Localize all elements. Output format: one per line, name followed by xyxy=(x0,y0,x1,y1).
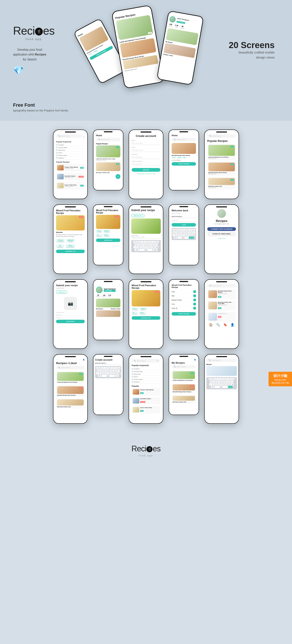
nav-bookmark-icon[interactable]: 🔖 xyxy=(223,323,227,326)
category-btn[interactable]: BREAKFAST ▾ xyxy=(131,214,145,217)
sign-up-email-btn[interactable]: ✉ SIGN UP USING EMAIL xyxy=(207,232,236,236)
search-bar[interactable]: 🔍 Search recipes... xyxy=(56,134,82,138)
submit-img xyxy=(131,218,161,234)
confirm-password-input[interactable]: Enter password xyxy=(132,162,160,166)
add-button[interactable]: + xyxy=(116,174,120,179)
login-link[interactable]: Already have an account? Login xyxy=(132,173,160,174)
home1-title: Home xyxy=(96,134,120,137)
submit-title: Submit your recipe xyxy=(131,209,161,212)
start-cooking-btn2[interactable]: START COOKING xyxy=(172,312,196,316)
connect-fb-btn[interactable]: f CONNECT WITH FACEBOOK xyxy=(207,227,236,231)
login-now-link[interactable]: LOGIN NOW xyxy=(207,238,236,239)
phone-recipes-page: Recipes Cool tagline goes here f CONNECT… xyxy=(204,204,239,274)
screen-submit-recipe: Submit your recipe BREAKFAST ▾ Recipe Ti… xyxy=(129,205,163,274)
hero-phone-2: Popular Recipes ● 4.5 Lamb and Spinach C… xyxy=(111,5,164,89)
screen-create-account: Create account Name Enter your name Emai… xyxy=(129,130,163,199)
sketch-icon: 💎 xyxy=(13,65,24,76)
photo-upload[interactable]: 📷 xyxy=(64,297,77,310)
logo-area: Reci🍴es food app xyxy=(13,24,55,41)
home1-hero-img: 220 xyxy=(96,146,120,157)
profile-liked-img xyxy=(96,310,120,317)
popular-search[interactable]: 🔍Search recipes... xyxy=(207,134,236,138)
profile-name: Janet Thompson xyxy=(104,288,116,290)
screen-home2: Home 🔍Search recipes... Beautiful Burger… xyxy=(169,130,199,190)
follow-button[interactable]: FOLLOWING xyxy=(104,290,116,292)
recipe-card-chicken: Chicken Tikka Masala A pretty nice meal.… xyxy=(56,164,85,172)
watermark: 设计小咖 iamxk.com 精品内容分享下载 xyxy=(269,372,292,386)
phone-home1: Home 🔍Search recipes... Popular Recipes … xyxy=(93,130,123,190)
screen-search3: 🔍Search recipes... Recent qwertyuiop asd… xyxy=(205,354,239,423)
my-recipes-search[interactable]: 🔍Search recipes... xyxy=(172,365,196,368)
shopping-list-btn[interactable]: SHOPPING LIST xyxy=(56,250,85,253)
home1-search[interactable]: 🔍Search recipes... xyxy=(96,138,120,141)
phones-row-4: + 👤 Recipes I Liked 🔍Search recipes... 3… xyxy=(6,354,286,424)
hero-phones-container: Home Beautiful Butter Buns Recipe 20 min… xyxy=(87,9,200,92)
username-input2[interactable]: janet.thompson | xyxy=(95,362,121,365)
screen-search2: 🔍Search recipes... Beautiful Burger Buns… xyxy=(205,280,239,348)
user-icon-liked[interactable]: 👤 xyxy=(83,359,85,361)
sources-input[interactable]: Sources xyxy=(56,317,85,318)
name-input[interactable]: Enter your name xyxy=(132,142,160,145)
popular-keywords-title2: Popular Keywords xyxy=(132,364,160,366)
my-recipe-card-1: 309 Lamb and Spinach Curry Recipe xyxy=(172,370,196,382)
search3-bar[interactable]: 🔍Search recipes... xyxy=(206,358,237,362)
recipe-title-input2[interactable]: Recipe title here... xyxy=(56,312,85,313)
popular-recipes-title: Popular Recipes xyxy=(56,161,85,163)
keywords-search[interactable]: 🔍Search recipes... ✕ xyxy=(132,359,160,362)
bottom-logo-text: Reci🍴es xyxy=(6,444,286,453)
back-btn-liked[interactable]: + xyxy=(56,359,57,361)
keyboard: qwertyuiop asdfghjkl ⇧zxcvbnm⌫ 123 space… xyxy=(131,240,161,252)
pk-card-1: Chicken Tikka Masala 209 xyxy=(132,388,160,396)
home2-search[interactable]: 🔍Search recipes... xyxy=(172,138,196,141)
keyword-list2: 🔍 "breakfast" 🔍 "avocado salad" 🔍 "Itali… xyxy=(132,368,160,383)
phone-shopping: Mixed Fruit Pancakes Recipe Flour Milk B… xyxy=(169,279,199,340)
categories-btn[interactable]: Add here ▾ xyxy=(56,290,67,294)
screen-shopping: Mixed Fruit Pancakes Recipe Flour Milk B… xyxy=(169,280,199,340)
password-input[interactable]: Enter password xyxy=(132,156,160,159)
shopping-list-btn2[interactable]: SHOPPING LIST xyxy=(96,238,120,242)
phone-search: 🔍 Search recipes... ✕ Popular Keywords 🔍… xyxy=(53,130,88,199)
stat-following: 56 xyxy=(96,294,100,296)
recipe-detail-title: Mixed Fruit Pancakes Recipe xyxy=(56,209,85,214)
phones-row-1: 🔍 Search recipes... ✕ Popular Keywords 🔍… xyxy=(6,130,286,199)
ingredient-olive-oil: Olive Oil xyxy=(172,306,196,310)
start-cooking-btn[interactable]: START COOKING xyxy=(172,162,196,166)
add-recipe-btn[interactable]: ADD RECIPE xyxy=(56,320,85,323)
popular-card-3: 323 Morning Cookies with 25 a pretty nic… xyxy=(207,177,236,189)
recipe-title-input[interactable]: Recipe Title Recipe Indian Style ! xyxy=(131,235,161,239)
nav-user-icon[interactable]: 👤 xyxy=(231,323,234,326)
phone-my-recipes: + 👤 My Recipes 🔍Search recipes... 309 La… xyxy=(169,354,199,415)
nav-home-icon[interactable]: 🏠 xyxy=(209,323,213,326)
free-font-desc: typografhy based on the Poppins font fam… xyxy=(13,109,279,112)
screen-welcome-back: Welcome back Sign in to continue janet.t… xyxy=(169,205,199,265)
screen-popular: 🔍Search recipes... Popular Recipes 309 L… xyxy=(205,130,239,199)
liked-card-1: 309 Lamb and Spinach Curry Recipe xyxy=(56,371,85,384)
screen-liked: + 👤 Recipes I Liked 🔍Search recipes... 3… xyxy=(53,354,87,423)
pancake-img: 27 min xyxy=(96,215,120,229)
keyword-item: 🔍 "blueberry" xyxy=(56,157,85,159)
recipes-avatar xyxy=(217,209,226,218)
pk-card-2: Swordfish Steaks 17 min xyxy=(132,397,160,404)
phone-popular: 🔍Search recipes... Popular Recipes 309 L… xyxy=(204,130,239,199)
popular-label2: Popular xyxy=(132,385,160,387)
liked-title: Recipes I Liked xyxy=(56,362,85,365)
food-app-sub: food app xyxy=(26,38,42,41)
liked-search[interactable]: 🔍Search recipes... xyxy=(56,366,85,369)
my-recipes-title: My Recipes xyxy=(172,362,196,364)
password-input-wb[interactable]: password xyxy=(172,220,196,222)
header-left: Reci🍴es food app Develop your foodapplic… xyxy=(13,24,78,76)
nav-search-icon[interactable]: 🔍 xyxy=(216,323,220,326)
search2-card-2: Morning Cookies with Fresh Milk A pretty… xyxy=(207,300,236,310)
stat-followers: 14k xyxy=(102,294,106,296)
login-btn[interactable]: LOGIN xyxy=(172,223,196,226)
username-input[interactable]: janet.thompson xyxy=(172,216,196,218)
search2-bar[interactable]: 🔍Search recipes... xyxy=(207,284,236,288)
phone-home2: Home 🔍Search recipes... Beautiful Burger… xyxy=(169,130,199,190)
email-input[interactable]: Enter your email xyxy=(132,148,160,152)
ingredients-input[interactable]: Ingredients xyxy=(56,314,85,316)
sign-up-button[interactable]: SIGN UP xyxy=(132,168,160,172)
screen-my-recipes: + 👤 My Recipes 🔍Search recipes... 309 La… xyxy=(169,354,199,414)
keyword-item: 🔍 "dinner" xyxy=(56,152,85,154)
pancake-detail-img: 27 min xyxy=(132,290,160,306)
shopping-list-btn3[interactable]: SHOPPING LIST xyxy=(132,316,160,320)
